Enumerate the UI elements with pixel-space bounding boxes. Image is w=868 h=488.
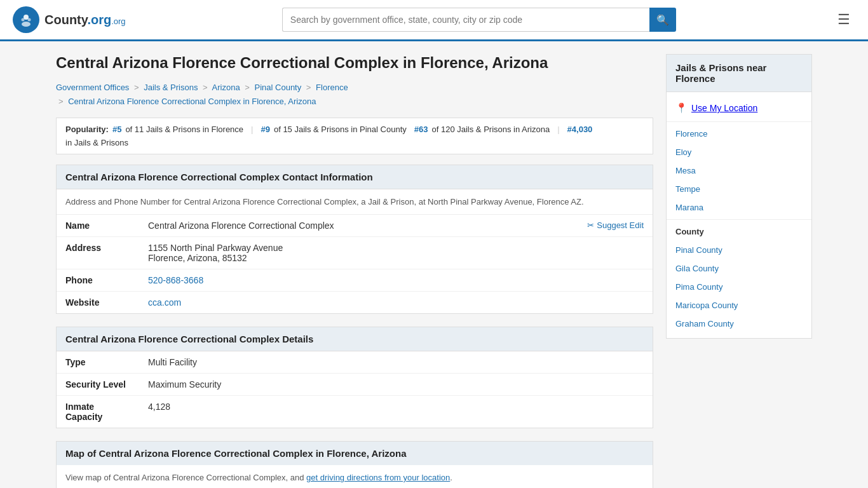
logo-area: County.org.org: [13, 6, 126, 33]
phone-value: 520-868-3668: [139, 269, 653, 292]
map-description: View map of Central Arizona Florence Cor…: [57, 465, 653, 488]
popularity-rank4[interactable]: #4,030: [567, 125, 593, 134]
content-area: Central Arizona Florence Correctional Co…: [56, 54, 653, 488]
breadcrumb-link-gov[interactable]: Government Offices: [56, 83, 129, 92]
sidebar-header: Jails & Prisons near Florence: [667, 55, 811, 92]
menu-button[interactable]: ☰: [832, 9, 855, 30]
popularity-rank1[interactable]: #5: [112, 125, 121, 134]
sidebar-item-eloy[interactable]: Eloy: [667, 143, 811, 161]
sidebar-county-label: County: [667, 222, 811, 241]
sidebar-divider-2: [667, 219, 811, 220]
breadcrumb-link-current[interactable]: Central Arizona Florence Correctional Co…: [68, 97, 316, 106]
contact-description: Address and Phone Number for Central Ari…: [57, 189, 653, 215]
contact-website-row: Website cca.com: [57, 292, 653, 314]
logo-icon: [13, 6, 39, 33]
contact-section: Central Arizona Florence Correctional Co…: [56, 165, 653, 314]
contact-name-row: Name Central Arizona Florence Correction…: [57, 215, 653, 237]
type-label: Type: [57, 351, 139, 374]
svg-point-3: [22, 18, 25, 22]
svg-point-2: [22, 22, 31, 27]
popularity-rank1-text: of 11 Jails & Prisons in Florence: [125, 125, 243, 134]
phone-link[interactable]: 520-868-3668: [148, 275, 203, 285]
website-label: Website: [57, 292, 139, 314]
contact-table: Name Central Arizona Florence Correction…: [57, 215, 653, 313]
popularity-rank4-text: in Jails & Prisons: [65, 138, 128, 147]
location-pin-icon: 📍: [675, 102, 688, 114]
use-my-location-link[interactable]: Use My Location: [691, 103, 757, 113]
details-section: Central Arizona Florence Correctional Co…: [56, 327, 653, 428]
driving-directions-link[interactable]: get driving directions from your locatio…: [306, 473, 450, 482]
security-label: Security Level: [57, 374, 139, 396]
svg-point-4: [28, 18, 31, 22]
logo-text: County.org.org: [44, 13, 126, 27]
hamburger-icon: ☰: [837, 11, 850, 27]
contact-address-row: Address 1155 North Pinal Parkway Avenue …: [57, 237, 653, 269]
address-label: Address: [57, 237, 139, 269]
edit-icon: ✂: [587, 220, 594, 230]
sidebar-item-graham[interactable]: Graham County: [667, 315, 811, 333]
search-input[interactable]: [282, 8, 649, 32]
search-icon: 🔍: [656, 14, 669, 26]
sidebar: Jails & Prisons near Florence 📍 Use My L…: [666, 54, 812, 488]
address-value: 1155 North Pinal Parkway Avenue Florence…: [139, 237, 653, 269]
sidebar-item-mesa[interactable]: Mesa: [667, 161, 811, 180]
popularity-bar: Popularity: #5 of 11 Jails & Prisons in …: [56, 118, 653, 154]
sidebar-item-florence[interactable]: Florence: [667, 125, 811, 143]
name-label: Name: [57, 215, 139, 237]
popularity-rank2[interactable]: #9: [261, 125, 269, 134]
site-header: County.org.org 🔍 ☰: [0, 0, 868, 41]
website-link[interactable]: cca.com: [148, 297, 181, 308]
details-capacity-row: Inmate Capacity 4,128: [57, 396, 653, 428]
breadcrumb-link-florence[interactable]: Florence: [316, 83, 348, 92]
map-section-header: Map of Central Arizona Florence Correcti…: [57, 442, 653, 465]
popularity-rank2-text: of 15 Jails & Prisons in Pinal County: [274, 125, 407, 134]
map-section: Map of Central Arizona Florence Correcti…: [56, 441, 653, 488]
website-value: cca.com: [139, 292, 653, 314]
phone-label: Phone: [57, 269, 139, 292]
suggest-edit-button[interactable]: ✂ Suggest Edit: [587, 220, 644, 230]
contact-phone-row: Phone 520-868-3668: [57, 269, 653, 292]
sidebar-item-pima[interactable]: Pima County: [667, 278, 811, 296]
sidebar-item-gila[interactable]: Gila County: [667, 259, 811, 278]
name-value: Central Arizona Florence Correctional Co…: [139, 215, 653, 237]
search-area: 🔍: [282, 8, 676, 32]
capacity-value: 4,128: [139, 396, 653, 428]
page-title: Central Arizona Florence Correctional Co…: [56, 54, 653, 72]
main-wrapper: Central Arizona Florence Correctional Co…: [46, 41, 822, 488]
details-section-header: Central Arizona Florence Correctional Co…: [57, 327, 653, 351]
sidebar-item-tempe[interactable]: Tempe: [667, 180, 811, 198]
breadcrumb-link-arizona[interactable]: Arizona: [212, 83, 240, 92]
search-button[interactable]: 🔍: [649, 8, 676, 32]
capacity-label: Inmate Capacity: [57, 396, 139, 428]
popularity-label: Popularity:: [65, 125, 109, 134]
use-my-location-item[interactable]: 📍 Use My Location: [667, 97, 811, 119]
popularity-rank3[interactable]: #63: [414, 125, 428, 134]
contact-section-header: Central Arizona Florence Correctional Co…: [57, 165, 653, 189]
details-type-row: Type Multi Facility: [57, 351, 653, 374]
details-table: Type Multi Facility Security Level Maxim…: [57, 351, 653, 428]
breadcrumb: Government Offices > Jails & Prisons > A…: [56, 81, 653, 109]
sidebar-box: Jails & Prisons near Florence 📍 Use My L…: [666, 54, 812, 339]
sidebar-item-marana[interactable]: Marana: [667, 198, 811, 217]
popularity-rank3-text: of 120 Jails & Prisons in Arizona: [431, 125, 550, 134]
sidebar-item-pinal[interactable]: Pinal County: [667, 241, 811, 259]
sidebar-divider-1: [667, 121, 811, 122]
details-security-row: Security Level Maximum Security: [57, 374, 653, 396]
sidebar-item-maricopa[interactable]: Maricopa County: [667, 296, 811, 315]
type-value: Multi Facility: [139, 351, 653, 374]
sidebar-list: 📍 Use My Location Florence Eloy Mesa Tem…: [667, 92, 811, 338]
breadcrumb-link-pinal[interactable]: Pinal County: [255, 83, 302, 92]
security-value: Maximum Security: [139, 374, 653, 396]
breadcrumb-link-jails[interactable]: Jails & Prisons: [144, 83, 198, 92]
svg-point-1: [24, 15, 29, 20]
